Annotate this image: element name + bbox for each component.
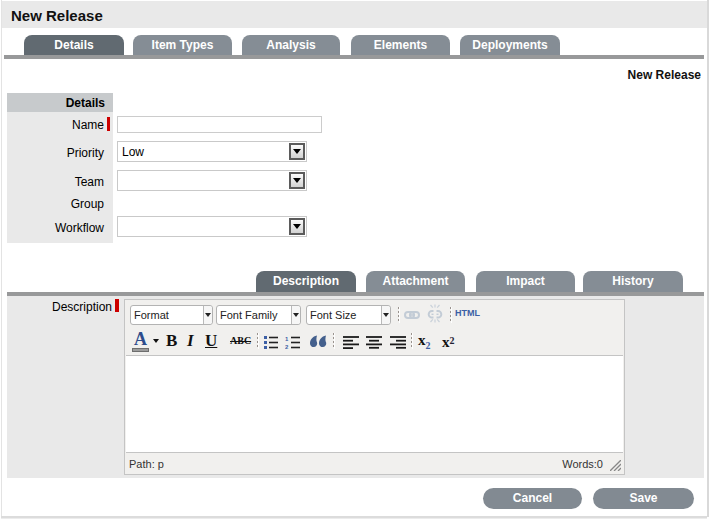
svg-text:2: 2 (285, 344, 289, 349)
svg-text:1: 1 (285, 336, 289, 342)
